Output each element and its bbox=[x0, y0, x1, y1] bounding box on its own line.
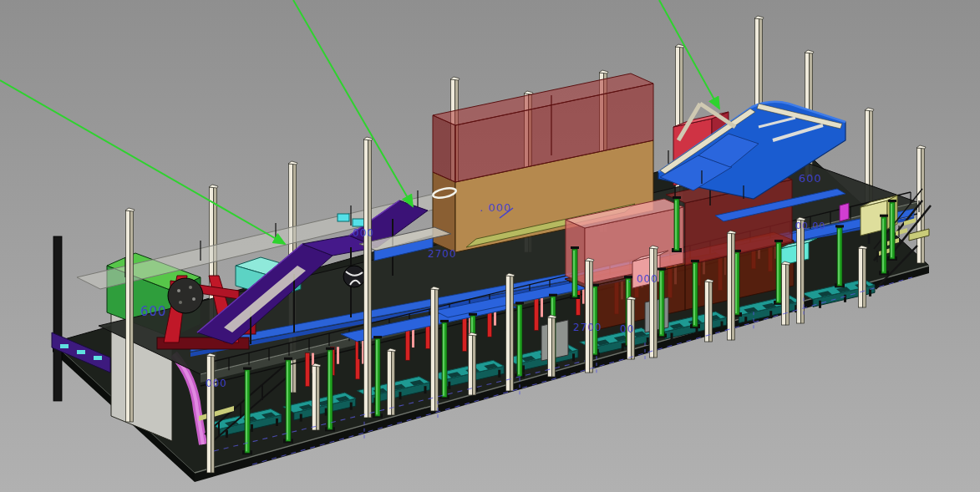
dimension-label: . 000 bbox=[480, 201, 511, 214]
pipe-flange bbox=[880, 215, 888, 217]
support-column bbox=[859, 248, 863, 307]
green-pipe bbox=[837, 227, 842, 286]
support-column bbox=[469, 335, 473, 395]
pipe-flange bbox=[469, 313, 477, 316]
conveyor-leg bbox=[325, 408, 328, 416]
green-pipe bbox=[734, 252, 739, 315]
conveyor-leg bbox=[300, 414, 302, 422]
dimension-label: 000 bbox=[353, 227, 374, 239]
plant-model-scene[interactable]: 600000. 0002700270000. 00060000 00000 bbox=[0, 0, 980, 492]
green-pipe bbox=[375, 338, 380, 416]
green-pipe bbox=[674, 199, 679, 251]
red-pipe-highlight bbox=[541, 297, 543, 317]
support-column bbox=[552, 317, 556, 377]
support-column bbox=[126, 210, 130, 422]
support-column bbox=[709, 282, 713, 342]
green-pipe bbox=[776, 242, 781, 303]
conveyor-leg bbox=[424, 386, 427, 393]
support-column bbox=[431, 289, 435, 411]
pipe-flange bbox=[888, 200, 896, 202]
pipe-flange bbox=[835, 225, 844, 227]
support-column bbox=[317, 366, 320, 430]
support-column bbox=[797, 220, 801, 323]
support-column bbox=[364, 139, 368, 418]
conveyor-leg bbox=[448, 382, 450, 389]
pipe-flange bbox=[691, 260, 699, 262]
conveyor-leg bbox=[522, 365, 525, 373]
pipe-flange bbox=[440, 320, 449, 322]
magenta-panel bbox=[840, 203, 849, 221]
support-column bbox=[368, 139, 372, 418]
green-pipe bbox=[881, 217, 886, 274]
dimension-label: 000 bbox=[206, 378, 227, 389]
dimension-label: 600 bbox=[140, 304, 167, 319]
conveyor-leg bbox=[819, 301, 821, 308]
red-pipe bbox=[426, 323, 430, 348]
green-pipe bbox=[572, 249, 577, 297]
support-column bbox=[548, 317, 552, 377]
pipe-flange bbox=[571, 246, 579, 249]
pipe-flange bbox=[673, 196, 681, 199]
support-column bbox=[211, 356, 215, 473]
support-column bbox=[586, 261, 590, 373]
support-column bbox=[130, 210, 134, 422]
conveyor-leg bbox=[276, 418, 278, 426]
conveyor-leg bbox=[399, 392, 402, 399]
green-pipe bbox=[659, 271, 664, 337]
conveyor-leg bbox=[721, 322, 724, 329]
corner-black-column bbox=[53, 236, 62, 401]
support-column bbox=[863, 248, 866, 307]
green-pipe bbox=[286, 360, 291, 442]
conveyor-leg bbox=[769, 311, 772, 318]
support-column bbox=[392, 351, 395, 415]
pipe-flange bbox=[774, 240, 783, 242]
dimension-label: 2700 bbox=[428, 248, 457, 260]
support-column bbox=[650, 248, 654, 358]
support-column bbox=[728, 233, 732, 340]
red-pipe-highlight bbox=[337, 347, 339, 363]
cad-3d-viewport[interactable]: 600000. 0002700270000. 00060000 00000 bbox=[0, 0, 980, 492]
support-column bbox=[435, 289, 439, 411]
green-pipe bbox=[328, 350, 333, 430]
dimension-label: 00 bbox=[620, 323, 634, 335]
green-pipe bbox=[517, 304, 522, 376]
support-column bbox=[654, 248, 658, 358]
red-pipe bbox=[535, 297, 539, 331]
red-pipe bbox=[463, 315, 467, 352]
support-column bbox=[590, 261, 593, 373]
support-column bbox=[312, 366, 317, 430]
support-column bbox=[922, 148, 925, 263]
dimension-label: 600 bbox=[799, 172, 822, 185]
conveyor-leg bbox=[572, 353, 575, 361]
pipe-flange bbox=[284, 358, 292, 360]
support-column bbox=[786, 264, 790, 325]
conveyor-leg bbox=[350, 403, 353, 410]
support-column bbox=[388, 351, 392, 415]
conveyor-leg bbox=[498, 370, 500, 378]
conveyor-leg bbox=[671, 333, 673, 341]
support-column bbox=[207, 356, 211, 473]
conveyor-leg bbox=[869, 289, 871, 297]
green-pipe bbox=[442, 322, 447, 398]
support-column bbox=[705, 282, 709, 342]
red-pipe bbox=[306, 353, 310, 387]
dimension-label: 00 00 bbox=[795, 221, 826, 231]
red-pipe bbox=[406, 328, 410, 360]
conveyor-leg bbox=[647, 337, 649, 345]
support-column bbox=[506, 276, 510, 391]
green-pipe bbox=[693, 262, 698, 327]
support-column bbox=[510, 276, 514, 391]
pipe-flange bbox=[658, 268, 666, 271]
red-pipe-highlight bbox=[412, 328, 414, 347]
conveyor-leg bbox=[744, 317, 747, 324]
pipe-flange bbox=[549, 294, 557, 297]
conveyor-leg bbox=[844, 295, 846, 302]
conveyor-leg bbox=[226, 430, 228, 438]
pipe-flange bbox=[373, 336, 382, 338]
green-pipe bbox=[245, 370, 250, 454]
pipe-flange bbox=[326, 347, 334, 350]
pipe-flange bbox=[515, 302, 524, 304]
dimension-label: 2700 bbox=[573, 322, 602, 333]
pipe-flange bbox=[243, 368, 251, 370]
conveyor-leg bbox=[251, 424, 253, 432]
